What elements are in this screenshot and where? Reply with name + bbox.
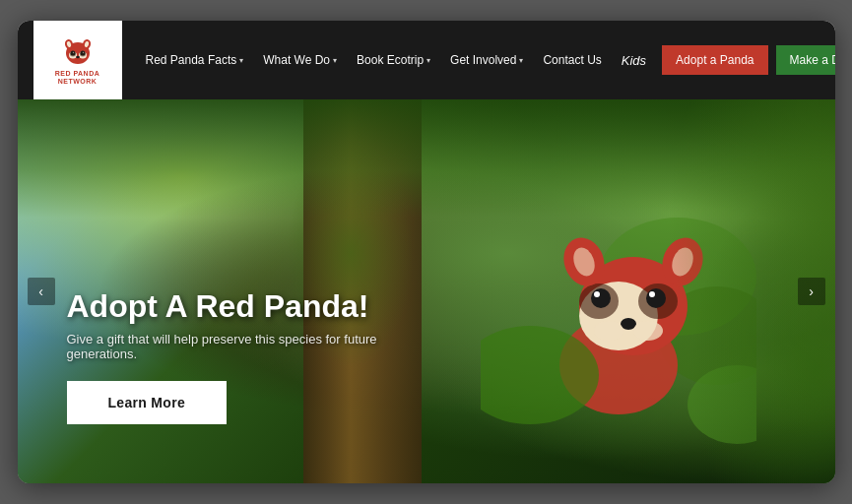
carousel-prev-button[interactable]: ‹ xyxy=(28,278,55,305)
svg-point-7 xyxy=(76,55,80,57)
nav-item-get-involved[interactable]: Get Involved ▾ xyxy=(442,47,531,73)
carousel-next-button[interactable]: › xyxy=(798,278,825,305)
nav-links: Red Panda Facts ▾ What We Do ▾ Book Ecot… xyxy=(138,45,835,75)
navbar: RED PANDA NETWORK Red Panda Facts ▾ What… xyxy=(18,21,835,99)
chevron-down-icon: ▾ xyxy=(239,56,243,65)
chevron-down-icon: ▾ xyxy=(333,56,337,65)
svg-point-21 xyxy=(591,288,611,308)
nav-item-kids[interactable]: Kids xyxy=(614,47,654,74)
logo-icon xyxy=(60,34,96,70)
svg-point-23 xyxy=(594,291,600,297)
logo-text: RED PANDA NETWORK xyxy=(55,70,100,87)
browser-frame: RED PANDA NETWORK Red Panda Facts ▾ What… xyxy=(18,21,835,483)
hero-section: ‹ › Adopt A Red Panda! Give a gift that … xyxy=(18,99,835,483)
hero-subtitle: Give a gift that will help preserve this… xyxy=(67,332,382,361)
logo[interactable]: RED PANDA NETWORK xyxy=(33,21,122,99)
nav-item-book-ecotrip[interactable]: Book Ecotrip ▾ xyxy=(349,47,438,73)
make-donation-button[interactable]: Make a Donation xyxy=(776,45,835,75)
nav-item-what-we-do[interactable]: What We Do ▾ xyxy=(255,47,345,73)
chevron-down-icon: ▾ xyxy=(426,56,430,65)
nav-item-red-panda-facts[interactable]: Red Panda Facts ▾ xyxy=(138,47,252,73)
svg-point-26 xyxy=(594,321,623,341)
adopt-panda-button[interactable]: Adopt a Panda xyxy=(662,45,767,75)
svg-point-13 xyxy=(80,51,86,56)
hero-title: Adopt A Red Panda! xyxy=(67,289,382,324)
chevron-down-icon: ▾ xyxy=(519,56,523,65)
nav-item-contact-us[interactable]: Contact Us xyxy=(535,47,609,73)
svg-point-25 xyxy=(621,318,636,330)
learn-more-button[interactable]: Learn More xyxy=(67,381,227,424)
svg-point-12 xyxy=(70,51,76,56)
hero-content: Adopt A Red Panda! Give a gift that will… xyxy=(67,289,382,424)
